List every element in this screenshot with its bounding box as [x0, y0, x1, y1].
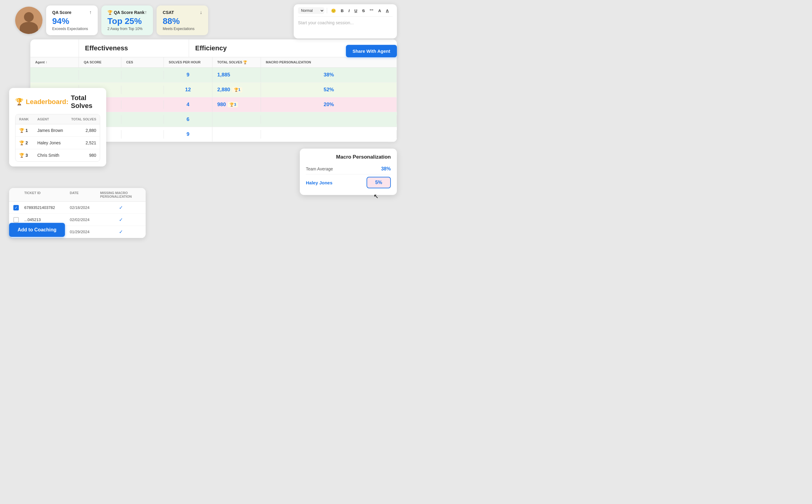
dr-macro-3: 20%: [261, 97, 397, 112]
dr-agent-1: [30, 70, 79, 80]
ticket-id-2: ...045213: [24, 217, 70, 222]
leaderboard-title: 🏆 Leaderboard: Total Solves: [15, 94, 100, 110]
dr-macro-4: [261, 115, 397, 124]
macro-personalization-tooltip: Macro Personalization Team Average 38% H…: [300, 149, 397, 195]
total-solves-trophy-icon: 🏆: [243, 60, 247, 64]
checkbox-unchecked-icon-2[interactable]: [13, 217, 19, 223]
rank-trophy-icon-3: 🏆: [19, 153, 24, 158]
add-to-coaching-button[interactable]: Add to Coaching: [9, 223, 65, 237]
italic-button[interactable]: I: [347, 8, 351, 14]
leaderboard-title-colored: Leaderboard:: [26, 98, 69, 106]
dr-total-1: 1,885: [212, 68, 261, 82]
macro-haley-row: Haley Jones 5%: [306, 174, 391, 191]
missing-check-icon-3: ✓: [119, 229, 123, 234]
qa-rank-card: 🏆 QA Score Rank ↑ Top 25% 2 Away from To…: [101, 5, 153, 35]
ticket-header-row: TICKET ID DATE MISSING MACRO PERSONALIZA…: [9, 188, 146, 202]
qa-rank-value: Top 25%: [107, 16, 147, 26]
macro-haley-value: 5%: [366, 177, 391, 188]
cursor-icon: ↖: [373, 193, 379, 200]
macro-team-avg-row: Team Average 38%: [306, 164, 391, 174]
ticket-date-1: 02/18/2024: [70, 205, 100, 210]
qa-score-subtitle: Exceeds Expectations: [52, 27, 92, 31]
sh-macro-personalization: MACRO PERSONALIZATION: [261, 57, 397, 67]
ticket-missing-1: ✓: [100, 205, 141, 210]
lb-rank-2: 🏆2: [19, 140, 37, 145]
checkbox-checked-icon[interactable]: ✓: [13, 205, 19, 210]
csat-value: 88%: [163, 16, 202, 26]
csat-arrow: ↓: [200, 10, 202, 15]
list-item: 🏆2 Haley Jones 2,521: [15, 137, 100, 149]
table-row: 9 1,885 38%: [30, 68, 397, 82]
sh-total-solves: TOTAL SOLVES 🏆: [212, 57, 261, 67]
lb-rank-3: 🏆3: [19, 153, 37, 158]
dr-macro-2: 52%: [261, 82, 397, 97]
table-section-headers: Effectiveness Efficiency: [30, 39, 397, 57]
dr-qa-1: [79, 71, 121, 79]
dr-solves-4: 6: [164, 112, 212, 127]
dr-total-3: 980 🏆3: [212, 97, 261, 112]
list-item: 🏆1 James Brown 2,880: [15, 124, 100, 137]
quote-button[interactable]: "": [368, 8, 375, 14]
lb-hcell-agent: AGENT: [37, 117, 66, 121]
share-with-agent-button[interactable]: Share With Agent: [346, 45, 397, 57]
qa-rank-title: 🏆 QA Score Rank: [107, 10, 144, 15]
trophy-icon: 🏆: [107, 10, 113, 15]
ticket-id-1: 67893521403782: [24, 205, 70, 210]
editor-content-area[interactable]: Start your coaching session...: [298, 19, 392, 34]
leaderboard-trophy-icon: 🏆: [15, 98, 23, 106]
coaching-editor: Normal Heading 1 Heading 2 🙂 B I U S "" …: [294, 4, 397, 39]
ticket-hcell-check: [13, 191, 24, 198]
leaderboard-header: RANK AGENT TOTAL SOLVES: [15, 114, 100, 124]
table-col-headers: Agent ↑ QA SCORE CES SOLVES PER HOUR TOT…: [30, 57, 397, 68]
qa-score-card: QA Score ↑ 94% Exceeds Expectations: [46, 5, 98, 35]
macro-team-label: Team Average: [306, 166, 333, 171]
ticket-checkbox-2[interactable]: [13, 217, 24, 223]
qa-score-arrow: ↑: [89, 10, 92, 15]
leaderboard-title-black: Total Solves: [71, 94, 100, 110]
dr-ces-4: [121, 115, 164, 124]
ticket-hcell-id: TICKET ID: [24, 191, 70, 198]
rank-trophy-icon-2: 🏆: [19, 140, 24, 145]
dr-total-4: [212, 115, 261, 124]
agent-avatar: [15, 7, 42, 34]
style-select[interactable]: Normal Heading 1 Heading 2: [298, 7, 324, 14]
top-stats-section: QA Score ↑ 94% Exceeds Expectations 🏆 QA…: [15, 5, 208, 35]
lb-hcell-solves: TOTAL SOLVES: [66, 117, 96, 121]
lb-solves-1: 2,880: [66, 128, 96, 133]
dr-solves-1: 9: [164, 68, 212, 82]
lb-rank-1: 🏆1: [19, 128, 37, 133]
qa-score-title: QA Score: [52, 10, 71, 15]
font-highlight-button[interactable]: A: [384, 8, 390, 14]
underline-button[interactable]: U: [353, 8, 359, 14]
ticket-checkbox-1[interactable]: ✓: [13, 205, 24, 210]
missing-check-icon-1: ✓: [119, 205, 123, 210]
sh-solves-per-hour: SOLVES PER HOUR: [164, 57, 212, 67]
sh-ces: CES: [121, 57, 164, 67]
lb-agent-3: Chris Smith: [37, 153, 66, 158]
qa-rank-arrow: ↑: [144, 10, 147, 15]
leaderboard-card: 🏆 Leaderboard: Total Solves RANK AGENT T…: [9, 88, 106, 166]
qa-score-value: 94%: [52, 16, 92, 26]
rank-trophy-icon-1: 🏆: [19, 128, 24, 133]
dr-solves-2: 12: [164, 82, 212, 97]
csat-subtitle: Meets Expectations: [163, 27, 202, 31]
emoji-button[interactable]: 🙂: [329, 8, 337, 14]
dr-ces-5: [121, 130, 164, 139]
toolbar-divider-1: [327, 8, 327, 13]
dr-ces-1: [121, 71, 164, 79]
lb-hcell-rank: RANK: [19, 117, 37, 121]
lb-solves-2: 2,521: [66, 140, 96, 145]
sh-agent[interactable]: Agent ↑: [30, 57, 79, 67]
bold-button[interactable]: B: [339, 8, 345, 14]
missing-check-icon-2: ✓: [119, 217, 123, 222]
dr-solves-3: 4: [164, 97, 212, 112]
sh-qa-score: QA SCORE: [79, 57, 121, 67]
font-color-button[interactable]: A: [376, 8, 382, 14]
csat-card: CSAT ↓ 88% Meets Expectations: [157, 5, 208, 35]
leaderboard-table: RANK AGENT TOTAL SOLVES 🏆1 James Brown 2…: [15, 114, 100, 162]
dr-total-5: [212, 130, 261, 139]
editor-toolbar: Normal Heading 1 Heading 2 🙂 B I U S "" …: [298, 7, 392, 17]
dr-total-2: 2,880 🏆1: [212, 82, 261, 97]
th-effectiveness: Effectiveness: [79, 39, 189, 57]
strikethrough-button[interactable]: S: [360, 8, 366, 14]
